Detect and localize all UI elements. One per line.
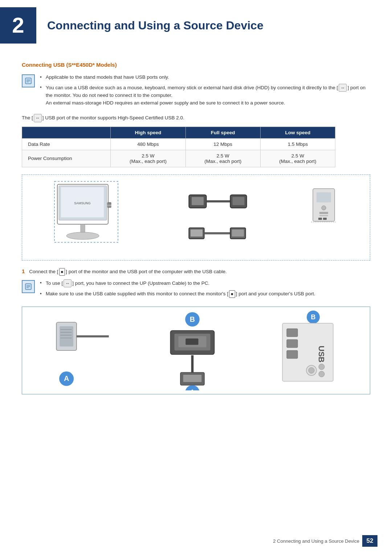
svg-rect-26 bbox=[319, 212, 328, 214]
svg-text:SAMSUNG: SAMSUNG bbox=[74, 201, 91, 205]
step-number-1: 1 bbox=[22, 268, 25, 274]
svg-point-63 bbox=[309, 368, 314, 373]
svg-rect-17 bbox=[233, 197, 245, 205]
table-cell-high-2: 2.5 W(Max., each port) bbox=[111, 150, 185, 167]
pc-svg bbox=[309, 188, 338, 246]
svg-rect-60 bbox=[287, 350, 298, 358]
svg-text:B: B bbox=[311, 313, 315, 321]
table-cell-label-2: Power Consumption bbox=[22, 150, 111, 167]
bottom-diagram: A B A bbox=[22, 307, 370, 394]
note-block: Applicable to the stand models that have… bbox=[22, 74, 370, 110]
table-row-power: Power Consumption 2.5 W(Max., each port)… bbox=[22, 150, 335, 167]
chapter-number: 2 bbox=[12, 15, 24, 36]
table-cell-high-1: 480 Mbps bbox=[111, 138, 185, 150]
bottom-right-group: B USB bbox=[273, 311, 342, 390]
svg-text:A: A bbox=[64, 374, 69, 382]
usb-para: The [↔] USB port of the monitor supports… bbox=[22, 114, 370, 122]
connector-group bbox=[178, 190, 258, 244]
main-content: Connecting USB (S**E450D* Models) Applic… bbox=[0, 62, 392, 416]
svg-point-65 bbox=[319, 371, 324, 377]
svg-rect-24 bbox=[317, 192, 331, 202]
svg-rect-52 bbox=[183, 375, 202, 382]
connector-row-1 bbox=[178, 190, 258, 212]
svg-rect-8 bbox=[81, 224, 85, 233]
note-icon bbox=[22, 74, 35, 87]
table-cell-low-1: 1.5 Mbps bbox=[260, 138, 335, 150]
table-cell-full-2: 2.5 W(Max., each port) bbox=[185, 150, 260, 167]
section-heading: Connecting USB (S**E450D* Models) bbox=[22, 62, 370, 68]
svg-rect-49 bbox=[185, 338, 198, 345]
svg-point-25 bbox=[322, 206, 326, 210]
pencil-icon-2 bbox=[25, 283, 32, 290]
footer-text: 2 Connecting and Using a Source Device bbox=[273, 538, 359, 544]
pencil-icon bbox=[25, 77, 32, 85]
port-icon-small: ■ bbox=[229, 290, 235, 298]
step1-note-block: To use [↔] port, you have to connect the… bbox=[22, 279, 370, 301]
step-text-1: Connect the [■] port of the monitor and … bbox=[29, 269, 226, 274]
step1-note-item-1: To use [↔] port, you have to connect the… bbox=[40, 279, 315, 287]
table-cell-label-1: Data Rate bbox=[22, 138, 111, 150]
table-header-empty bbox=[22, 127, 111, 138]
chapter-title: Connecting and Using a Source Device bbox=[47, 19, 264, 32]
svg-text:A: A bbox=[190, 388, 195, 390]
svg-rect-36 bbox=[60, 326, 74, 346]
bottom-left-svg: A bbox=[50, 314, 111, 387]
usb-b-connector-svg bbox=[178, 190, 258, 212]
monitor-illustration: SAMSUNG USB bbox=[54, 181, 126, 254]
pc-illustration bbox=[309, 188, 338, 247]
table-row-datarate: Data Rate 480 Mbps 12 Mbps 1.5 Mbps bbox=[22, 138, 335, 150]
bottom-middle-group: B A bbox=[160, 311, 225, 390]
svg-rect-19 bbox=[191, 230, 203, 237]
step1-note-icon bbox=[22, 280, 35, 293]
svg-rect-59 bbox=[287, 340, 298, 348]
page-number: 52 bbox=[362, 535, 377, 547]
table-header-low: Low speed bbox=[260, 127, 335, 138]
monitor-svg: SAMSUNG USB bbox=[54, 181, 119, 253]
page-header: 2 Connecting and Using a Source Device bbox=[0, 0, 392, 54]
svg-rect-22 bbox=[232, 230, 244, 237]
note-item-2: You can use a USB device such as a mouse… bbox=[40, 84, 370, 107]
usb-speed-table: High speed Full speed Low speed Data Rat… bbox=[22, 127, 335, 167]
table-header-high: High speed bbox=[111, 127, 185, 138]
svg-text:USB: USB bbox=[107, 204, 111, 206]
table-cell-low-2: 2.5 W(Max., each port) bbox=[260, 150, 335, 167]
table-header-full: Full speed bbox=[185, 127, 260, 138]
svg-rect-28 bbox=[318, 218, 322, 220]
bottom-middle-svg: B A bbox=[160, 311, 225, 390]
table-cell-full-1: 12 Mbps bbox=[185, 138, 260, 150]
svg-rect-27 bbox=[319, 215, 328, 216]
svg-point-64 bbox=[319, 364, 324, 370]
page-footer: 2 Connecting and Using a Source Device 5… bbox=[273, 535, 377, 547]
note-item-1: Applicable to the stand models that have… bbox=[40, 74, 370, 81]
usb-a-connector-svg bbox=[178, 222, 258, 244]
port-icon-monitor: ■ bbox=[59, 268, 65, 276]
svg-text:USB: USB bbox=[317, 346, 326, 362]
note-list: Applicable to the stand models that have… bbox=[40, 74, 370, 110]
connector-row-2 bbox=[178, 222, 258, 244]
chapter-box: 2 bbox=[0, 7, 36, 44]
top-diagram: SAMSUNG USB bbox=[22, 175, 370, 260]
svg-point-9 bbox=[66, 232, 99, 239]
svg-rect-29 bbox=[323, 218, 327, 220]
step1-note-list: To use [↔] port, you have to connect the… bbox=[40, 279, 315, 301]
svg-text:B: B bbox=[190, 315, 195, 323]
bottom-left-group: A bbox=[50, 314, 111, 387]
step1-note-item-2: Make sure to use the USB cable supplied … bbox=[40, 290, 315, 298]
bottom-right-svg: B USB bbox=[273, 311, 342, 390]
svg-rect-58 bbox=[287, 329, 298, 337]
step-1-block: 1 Connect the [■] port of the monitor an… bbox=[22, 268, 370, 276]
svg-rect-14 bbox=[192, 197, 204, 205]
